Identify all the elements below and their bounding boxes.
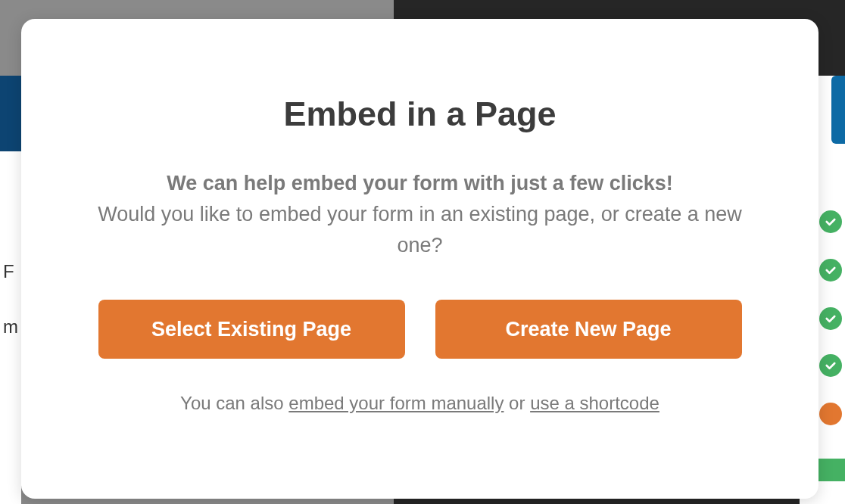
check-icon [819, 210, 842, 233]
modal-title: Embed in a Page [283, 95, 556, 134]
embed-manually-link[interactable]: embed your form manually [288, 393, 504, 413]
status-circle-icon [819, 403, 842, 425]
bg-blue-button-fragment [831, 76, 845, 144]
select-existing-page-button[interactable]: Select Existing Page [98, 300, 405, 359]
bg-green-strip [815, 459, 845, 481]
use-shortcode-link[interactable]: use a shortcode [530, 393, 659, 413]
bg-blue-left [0, 76, 21, 151]
button-row: Select Existing Page Create New Page [97, 300, 743, 359]
bg-text-fragment-1: F [3, 261, 14, 282]
check-icon [819, 259, 842, 282]
footer-prefix: You can also [180, 393, 288, 413]
embed-modal: Embed in a Page We can help embed your f… [21, 19, 818, 499]
modal-subtitle: We can help embed your form with just a … [167, 168, 673, 199]
modal-footer: You can also embed your form manually or… [180, 393, 659, 414]
create-new-page-button[interactable]: Create New Page [435, 300, 742, 359]
bg-white-left: F m [0, 151, 21, 504]
bg-text-fragment-2: m [3, 316, 18, 338]
check-icon [819, 354, 842, 377]
footer-middle: or [504, 393, 530, 413]
check-icon [819, 307, 842, 330]
modal-description: Would you like to embed your form in an … [97, 199, 743, 263]
